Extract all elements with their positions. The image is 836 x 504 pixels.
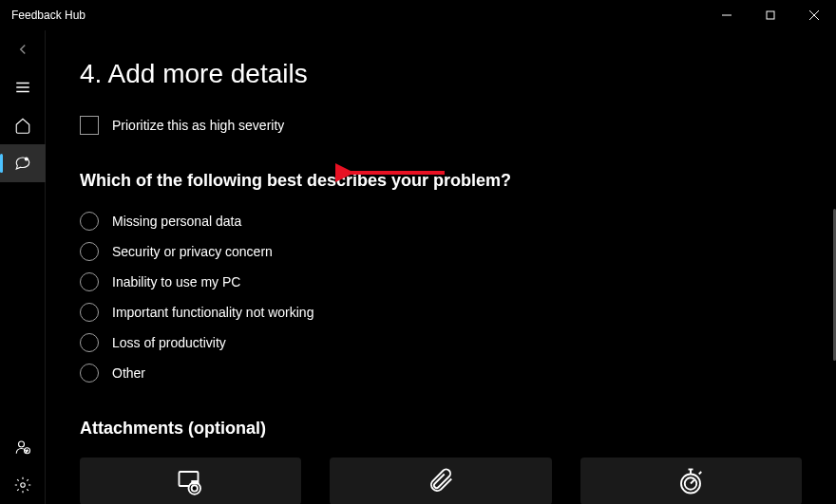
priority-checkbox-row[interactable]: Prioritize this as high severity — [80, 116, 802, 135]
radio-button[interactable] — [80, 333, 99, 352]
radio-button[interactable] — [80, 303, 99, 322]
radio-label: Loss of productivity — [112, 335, 226, 350]
svg-line-21 — [699, 472, 702, 475]
svg-point-12 — [21, 483, 26, 488]
sidebar-item-home[interactable] — [0, 106, 46, 144]
radio-button[interactable] — [80, 242, 99, 261]
radio-button[interactable] — [80, 364, 99, 383]
radio-label: Important functionality not working — [112, 305, 314, 320]
radio-button[interactable] — [80, 212, 99, 231]
screenshot-icon — [177, 467, 205, 495]
back-arrow-icon — [14, 41, 31, 58]
svg-rect-1 — [767, 11, 774, 19]
sidebar-item-account[interactable] — [0, 428, 46, 466]
radio-item[interactable]: Loss of productivity — [80, 333, 802, 352]
svg-point-7 — [25, 158, 28, 160]
radio-item[interactable]: Missing personal data — [80, 212, 802, 231]
svg-point-8 — [19, 441, 25, 447]
sidebar-item-feedback[interactable] — [0, 144, 46, 182]
radio-item[interactable]: Important functionality not working — [80, 303, 802, 322]
menu-button[interactable] — [0, 68, 46, 106]
question-title: Which of the following best describes yo… — [80, 171, 802, 191]
app-title: Feedback Hub — [11, 9, 86, 22]
attachments-title: Attachments (optional) — [80, 419, 802, 439]
attachment-recreate-button[interactable] — [580, 457, 802, 504]
radio-label: Security or privacy concern — [112, 244, 273, 259]
radio-label: Other — [112, 365, 145, 381]
priority-checkbox[interactable] — [80, 116, 99, 135]
minimize-button[interactable] — [705, 0, 749, 30]
feedback-icon — [14, 155, 31, 172]
radio-item[interactable]: Other — [80, 364, 802, 383]
maximize-icon — [766, 10, 775, 20]
radio-label: Inability to use my PC — [112, 274, 240, 289]
maximize-button[interactable] — [749, 0, 792, 30]
priority-checkbox-label: Prioritize this as high severity — [112, 118, 284, 133]
sidebar — [0, 30, 46, 504]
titlebar: Feedback Hub — [0, 0, 836, 30]
attachments-row — [80, 457, 802, 504]
back-button[interactable] — [0, 30, 46, 68]
section-title: 4. Add more details — [80, 59, 802, 89]
radio-item[interactable]: Security or privacy concern — [80, 242, 802, 261]
sidebar-item-settings[interactable] — [0, 466, 46, 504]
home-icon — [14, 117, 31, 134]
close-icon — [809, 10, 819, 20]
attach-icon — [427, 467, 455, 495]
gear-icon — [14, 476, 31, 494]
close-button[interactable] — [792, 0, 836, 30]
account-icon — [14, 439, 31, 456]
attachment-screenshot-button[interactable] — [80, 457, 301, 504]
radio-label: Missing personal data — [112, 214, 241, 229]
minimize-icon — [722, 10, 732, 20]
radio-button[interactable] — [80, 272, 99, 291]
radio-list: Missing personal data Security or privac… — [80, 212, 802, 383]
hamburger-icon — [14, 79, 31, 96]
main-content: 4. Add more details Prioritize this as h… — [46, 30, 836, 504]
radio-item[interactable]: Inability to use my PC — [80, 272, 802, 291]
window-controls — [705, 0, 836, 30]
attachment-file-button[interactable] — [330, 457, 551, 504]
stopwatch-icon — [676, 467, 705, 495]
